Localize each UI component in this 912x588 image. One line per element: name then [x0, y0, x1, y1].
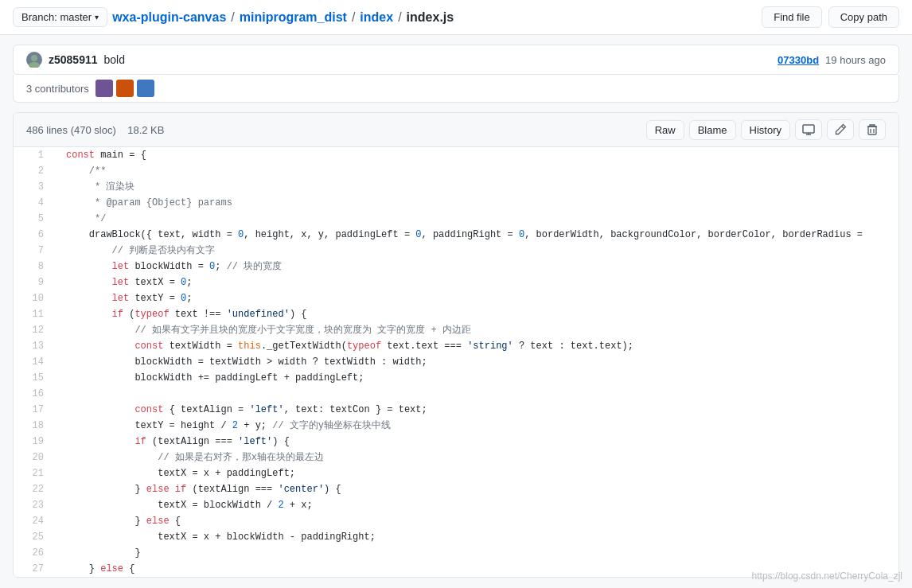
- contributor-avatar-2: [116, 80, 134, 97]
- branch-label: Branch: master: [21, 11, 92, 23]
- contributor-count: 3 contributors: [26, 83, 89, 95]
- table-row: 4 * @param {Object} params: [14, 195, 898, 211]
- avatar: [26, 52, 42, 68]
- line-code: * 渲染块: [53, 179, 898, 195]
- breadcrumb-link-dir2[interactable]: index: [360, 10, 393, 25]
- table-row: 21 textX = x + paddingLeft;: [14, 465, 898, 481]
- commit-author: z5085911: [49, 53, 98, 66]
- line-number: 25: [14, 529, 53, 545]
- table-row: 17 const { textAlign = 'left', text: tex…: [14, 402, 898, 418]
- line-code: }: [53, 545, 898, 561]
- line-number: 4: [14, 195, 53, 211]
- find-file-button[interactable]: Find file: [762, 6, 822, 28]
- table-row: 9 let textX = 0;: [14, 275, 898, 290]
- breadcrumb-sep-2: /: [352, 10, 355, 25]
- contributor-avatar-3: [137, 80, 154, 97]
- code-area: 1const main = {2 /**3 * 渲染块4 * @param {O…: [14, 147, 898, 577]
- raw-button[interactable]: Raw: [646, 120, 684, 140]
- file-content-wrapper: 486 lines (470 sloc) 18.2 KB Raw Blame H…: [13, 112, 899, 578]
- table-row: 8 let blockWidth = 0; // 块的宽度: [14, 259, 898, 275]
- file-lines: 486 lines (470 sloc): [26, 124, 116, 136]
- breadcrumb-sep-3: /: [398, 10, 401, 25]
- desktop-icon-button[interactable]: [795, 119, 822, 140]
- edit-icon: [834, 123, 847, 136]
- history-button[interactable]: History: [741, 120, 790, 140]
- svg-rect-6: [868, 127, 876, 134]
- commit-message: bold: [104, 53, 125, 66]
- table-row: 2 /**: [14, 163, 898, 179]
- line-number: 18: [14, 418, 53, 434]
- line-number: 5: [14, 211, 53, 227]
- table-row: 5 */: [14, 211, 898, 227]
- line-code: */: [53, 211, 898, 227]
- line-number: 13: [14, 338, 53, 354]
- breadcrumb-link-dir1[interactable]: miniprogram_dist: [240, 10, 347, 25]
- line-number: 10: [14, 290, 53, 306]
- line-code: const textWidth = this._getTextWidth(typ…: [53, 338, 898, 354]
- line-code: // 判断是否块内有文字: [53, 243, 898, 259]
- line-number: 23: [14, 497, 53, 513]
- file-actions: Raw Blame History: [646, 119, 886, 140]
- line-code: if (textAlign === 'left') {: [53, 434, 898, 450]
- blame-button[interactable]: Blame: [689, 120, 736, 140]
- file-size: 18.2 KB: [127, 124, 164, 136]
- line-code: if (typeof text !== 'undefined') {: [53, 306, 898, 322]
- table-row: 22 } else if (textAlign === 'center') {: [14, 481, 898, 497]
- svg-point-0: [31, 55, 37, 61]
- commit-meta: 07330bd 19 hours ago: [778, 54, 886, 66]
- line-number: 24: [14, 513, 53, 529]
- table-row: 14 blockWidth = textWidth > width ? text…: [14, 354, 898, 370]
- contributors-bar: 3 contributors: [13, 75, 899, 103]
- table-row: 27 } else {: [14, 561, 898, 577]
- code-table: 1const main = {2 /**3 * 渲染块4 * @param {O…: [14, 147, 898, 577]
- commit-hash[interactable]: 07330bd: [778, 54, 819, 66]
- copy-path-button[interactable]: Copy path: [828, 6, 899, 28]
- table-row: 18 textY = height / 2 + y; // 文字的y轴坐标在块中…: [14, 418, 898, 434]
- edit-icon-button[interactable]: [827, 119, 854, 140]
- table-row: 19 if (textAlign === 'left') {: [14, 434, 898, 450]
- line-number: 15: [14, 370, 53, 386]
- line-number: 2: [14, 163, 53, 179]
- table-row: 15 blockWidth += paddingLeft + paddingLe…: [14, 370, 898, 386]
- table-row: 20 // 如果是右对齐，那x轴在块的最左边: [14, 450, 898, 465]
- breadcrumb: Branch: master ▾ wxa-plugin-canvas / min…: [13, 7, 454, 27]
- line-number: 17: [14, 402, 53, 418]
- line-code: let blockWidth = 0; // 块的宽度: [53, 259, 898, 275]
- file-stats: 486 lines (470 sloc) 18.2 KB: [26, 124, 164, 136]
- line-number: 20: [14, 450, 53, 465]
- commit-time: 19 hours ago: [825, 54, 886, 66]
- line-code: // 如果有文字并且块的宽度小于文字宽度，块的宽度为 文字的宽度 + 内边距: [53, 322, 898, 338]
- table-row: 16: [14, 386, 898, 402]
- line-code: const main = {: [53, 147, 898, 163]
- table-row: 1const main = {: [14, 147, 898, 163]
- line-code: } else {: [53, 513, 898, 529]
- line-number: 19: [14, 434, 53, 450]
- line-code: const { textAlign = 'left', text: textCo…: [53, 402, 898, 418]
- line-number: 27: [14, 561, 53, 577]
- table-row: 23 textX = blockWidth / 2 + x;: [14, 497, 898, 513]
- line-code: let textY = 0;: [53, 290, 898, 306]
- line-number: 22: [14, 481, 53, 497]
- commit-info: z5085911 bold: [26, 52, 125, 68]
- line-number: 12: [14, 322, 53, 338]
- table-row: 7 // 判断是否块内有文字: [14, 243, 898, 259]
- top-bar: Branch: master ▾ wxa-plugin-canvas / min…: [0, 0, 912, 35]
- line-code: blockWidth = textWidth > width ? textWid…: [53, 354, 898, 370]
- desktop-icon: [802, 123, 815, 136]
- line-number: 9: [14, 275, 53, 290]
- table-row: 26 }: [14, 545, 898, 561]
- breadcrumb-link-repo[interactable]: wxa-plugin-canvas: [112, 10, 226, 25]
- line-code: textX = x + paddingLeft;: [53, 465, 898, 481]
- line-number: 1: [14, 147, 53, 163]
- delete-icon: [866, 123, 879, 136]
- line-number: 8: [14, 259, 53, 275]
- line-code: blockWidth += paddingLeft + paddingLeft;: [53, 370, 898, 386]
- table-row: 24 } else {: [14, 513, 898, 529]
- chevron-down-icon: ▾: [95, 13, 99, 21]
- delete-icon-button[interactable]: [859, 119, 886, 140]
- line-number: 7: [14, 243, 53, 259]
- branch-selector[interactable]: Branch: master ▾: [13, 7, 107, 27]
- line-code: * @param {Object} params: [53, 195, 898, 211]
- table-row: 3 * 渲染块: [14, 179, 898, 195]
- line-code: // 如果是右对齐，那x轴在块的最左边: [53, 450, 898, 465]
